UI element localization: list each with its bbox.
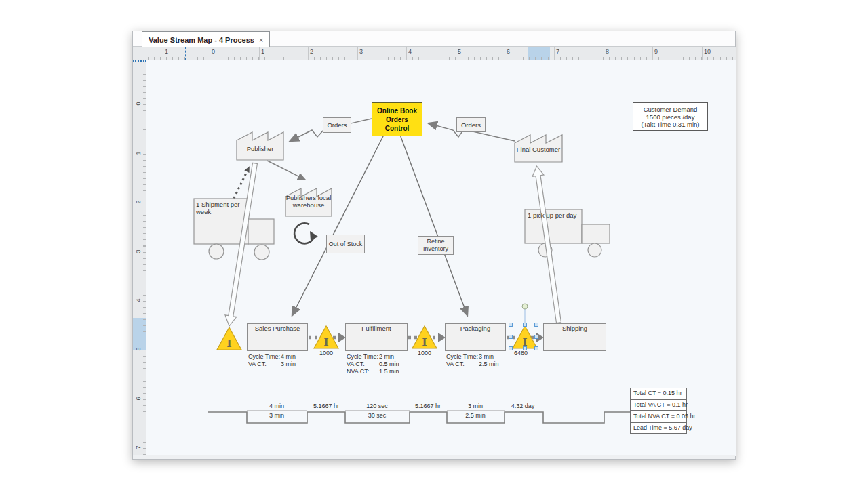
shipment-arrow-shipping-to-customer[interactable] — [531, 165, 564, 323]
tab-title: Value Stream Map - 4 Process — [149, 36, 254, 44]
timeline-cycle-label: 120 sec — [357, 403, 397, 409]
loop-arrow-icon[interactable] — [294, 223, 318, 243]
drawing-canvas[interactable]: I I I I — [146, 60, 736, 456]
process-data-row: Cycle Time:2 min — [347, 353, 394, 361]
horizontal-scrollbar[interactable] — [133, 455, 735, 459]
timeline-va-label: 2.5 min — [455, 412, 496, 419]
process-data-row: VA CT:0.5 min — [347, 361, 399, 368]
truck-right-label: 1 pick up per day — [528, 211, 582, 219]
horizontal-ruler[interactable]: -1 0 1 2 3 4 5 6 7 8 9 10 — [146, 47, 736, 60]
vruler-label: 0 — [134, 99, 143, 108]
timeline-cycle-label: 3 min — [455, 403, 496, 409]
lead-time-box[interactable]: Lead Time = 5.67 day — [630, 422, 687, 434]
guide-marker — [133, 60, 146, 62]
inventory-qty: 6480 — [509, 350, 533, 357]
hruler-label: 0 — [212, 48, 215, 55]
timeline-wait-label: 4.32 day — [502, 403, 543, 409]
hruler-label: -1 — [163, 48, 168, 55]
arrow-publisher-to-warehouse[interactable] — [267, 161, 305, 180]
total-nva-ct-box[interactable]: Total NVA CT = 0.05 hr — [630, 411, 687, 422]
document-tab[interactable]: Value Stream Map - 4 Process × — [142, 31, 270, 47]
control-center-box[interactable]: Online Book Orders Control — [372, 102, 422, 136]
total-va-ct-box[interactable]: Total VA CT = 0.1 hr — [630, 399, 687, 411]
hruler-label: 4 — [408, 48, 412, 55]
refine-inventory-box[interactable]: Refine Inventory — [418, 236, 454, 255]
tab-bar: Value Stream Map - 4 Process × — [133, 31, 735, 47]
hruler-label: 10 — [704, 48, 711, 55]
hruler-label: 2 — [310, 48, 313, 55]
tab-close-icon[interactable]: × — [259, 36, 263, 44]
inventory-icon: I — [323, 336, 328, 348]
info-arrow-control-to-packaging[interactable] — [400, 135, 467, 315]
vruler-label: 5 — [134, 344, 143, 354]
timeline-wait-label: 5.1667 hr — [408, 403, 448, 409]
final-customer-label: Final Customer — [515, 146, 562, 153]
hruler-label: 7 — [556, 48, 559, 55]
vruler-label: 3 — [134, 247, 143, 256]
inventory-qty: 1000 — [412, 350, 437, 357]
orders-box-left[interactable]: Orders — [323, 117, 351, 133]
publisher-label: Publisher — [237, 145, 283, 152]
process-data-row: VA CT:2.5 min — [446, 361, 499, 368]
truck-left-label: 1 Shipment per week — [196, 201, 246, 216]
ruler-corner — [133, 47, 146, 60]
inventory-icon: I — [226, 338, 231, 350]
process-packaging[interactable]: Packaging — [445, 323, 506, 351]
inventory-icon: I — [422, 336, 427, 348]
warehouse-label: Publishers localwarehouse — [283, 194, 334, 209]
process-sales-purchase[interactable]: Sales Purchase — [247, 323, 308, 351]
vruler-label: 6 — [134, 394, 143, 403]
hruler-label: 9 — [654, 48, 658, 55]
timeline-va-label: 30 sec — [357, 412, 397, 419]
timeline-wait-label: 5.1667 hr — [306, 403, 347, 409]
customer-demand-box[interactable]: Customer Demand 1500 pieces /day (Takt T… — [633, 102, 708, 131]
hruler-label: 6 — [507, 48, 510, 55]
rotation-handle[interactable] — [522, 304, 528, 309]
shipment-arrow-publisher-to-inventory[interactable] — [224, 163, 261, 327]
timeline-va-label: 3 min — [256, 412, 297, 419]
orders-box-right[interactable]: Orders — [456, 117, 486, 132]
vruler-label: 2 — [134, 197, 143, 207]
screen: Value Stream Map - 4 Process × -1 0 1 2 … — [0, 0, 868, 488]
info-arrow-control-to-salespurchase[interactable] — [292, 135, 384, 315]
process-data-row: Cycle Time:4 min — [248, 353, 296, 361]
process-shipping[interactable]: Shipping — [543, 323, 606, 351]
process-title: Sales Purchase — [248, 324, 307, 333]
timeline-cycle-label: 4 min — [256, 403, 297, 409]
process-fulfillment[interactable]: Fulfillment — [345, 323, 408, 351]
vruler-label: 1 — [134, 148, 143, 158]
vruler-label: 7 — [134, 443, 143, 452]
process-data-row: Cycle Time:3 min — [446, 353, 494, 361]
vruler-label: 4 — [134, 296, 143, 305]
process-title: Fulfillment — [346, 324, 407, 333]
hruler-label: 5 — [458, 48, 461, 55]
app-window: Value Stream Map - 4 Process × -1 0 1 2 … — [132, 30, 736, 460]
process-data-row: VA CT:3 min — [248, 361, 296, 368]
process-data-row: NVA CT:1.5 min — [347, 368, 399, 375]
hruler-label: 3 — [359, 48, 363, 55]
vertical-ruler[interactable]: 0 1 2 3 4 5 6 7 — [133, 60, 146, 456]
process-title: Packaging — [446, 324, 505, 333]
hruler-label: 8 — [606, 48, 609, 55]
guide-marker — [185, 47, 186, 60]
out-of-stock-box[interactable]: Out of Stock — [326, 235, 365, 253]
inventory-qty: 1000 — [314, 350, 338, 357]
hruler-label: 1 — [261, 48, 264, 55]
total-ct-box[interactable]: Total CT = 0.15 hr — [630, 388, 687, 399]
process-title: Shipping — [544, 324, 606, 333]
